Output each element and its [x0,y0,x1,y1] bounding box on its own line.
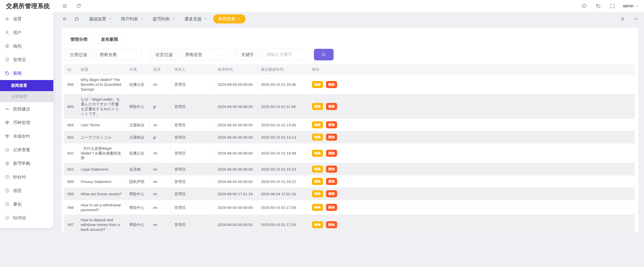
sidebar-item-seconds-contract[interactable]: 秒合约 [0,170,53,184]
cell-lang: en [150,200,171,215]
refresh-button[interactable] [76,3,82,9]
tab-close-icon[interactable]: × [173,17,175,21]
sidebar-subitem-category-manage[interactable]: 分类管理 [0,91,53,102]
sidebar-item-label: 钱包 [13,43,22,49]
cell-publish_time: 2024-06-04 00:00:00 [214,119,257,131]
edit-button[interactable]: 编辑 [312,121,323,128]
sidebar-subitem-news-view[interactable]: 新闻查看 [0,80,53,91]
category-filter-label: 分类过滤 [64,49,93,60]
cell-publish_time: 2024-06-04 00:00:00 [214,163,257,175]
cell-lang: en [150,215,171,233]
filter-bar: 分类过滤 所有分类 语言过滤 所有语言 关键字 [64,49,635,60]
delete-button[interactable]: 删除 [326,134,337,141]
cell-actions: 编辑删除 [308,175,635,188]
edit-button[interactable]: 编辑 [312,190,323,197]
delete-button[interactable]: 删除 [326,190,337,197]
sidebar-item-users[interactable]: 用户 [0,26,53,39]
sidebar-item-label: 管理员 [13,57,26,63]
edit-button[interactable]: 编辑 [312,221,323,228]
delete-button[interactable]: 删除 [326,221,337,228]
delete-button[interactable]: 删除 [326,150,337,157]
sidebar-item-news[interactable]: 新闻 [0,66,53,80]
tab-close-icon[interactable]: × [238,17,240,21]
edit-button[interactable]: 编辑 [312,178,323,185]
delete-button[interactable]: 删除 [326,81,337,88]
edit-button[interactable]: 编辑 [312,134,323,141]
search-button[interactable] [314,49,334,60]
delete-button[interactable]: 删除 [326,204,337,211]
user-icon [5,30,10,35]
sidebar-item-records[interactable]: 记录查看 [0,143,53,157]
view-tab-1[interactable]: 管理分类 [64,34,94,44]
sidebar-item-quant[interactable]: 量化 [0,197,53,211]
cell-publisher: 管理员 [171,175,214,188]
view-tabs: 管理分类发布新闻 [64,34,635,44]
cell-lang: jp [150,94,171,119]
category-filter-select[interactable]: 所有分类 [96,49,142,60]
nav-tab-5[interactable]: 新闻查看× [213,14,245,23]
table-row: 606Why Bitget Wallet? The Benefits of AI… [64,75,635,94]
column-header: 操作 [308,65,635,75]
edit-button[interactable]: 编辑 [312,103,323,110]
dollar-circle-icon [5,161,10,166]
refresh-icon [76,3,82,9]
cell-modified_time: 2024-06-04 17:01:16 [257,188,308,200]
cell-id: 601 [64,163,77,175]
tabs-menu-chevron-icon[interactable] [633,16,638,22]
tab-close-icon[interactable]: × [141,17,143,21]
username: admin [623,4,634,8]
sidebar-item-wallet[interactable]: 钱包 [0,39,53,53]
infinity-icon [5,106,10,112]
edit-button[interactable]: 编辑 [312,81,323,88]
column-header: 标题 [77,65,126,75]
keyword-input[interactable] [263,49,309,60]
edit-button[interactable]: 编辑 [312,150,323,157]
column-header: 语言 [150,65,171,75]
table-row: 597How to deposit and withdraw money fro… [64,215,635,233]
sidebar-item-site-message[interactable]: 站内信 [0,211,53,224]
gear-icon [5,16,10,22]
clock-icon [5,188,10,193]
home-icon[interactable] [74,16,79,22]
delete-button[interactable]: 删除 [326,166,337,173]
tabs-scroll-left-icon[interactable] [62,16,67,22]
delete-button[interactable]: 删除 [326,178,337,185]
sidebar-item-admins[interactable]: 管理员 [0,53,53,66]
fullscreen-button[interactable] [610,3,616,9]
delete-button[interactable]: 删除 [326,103,337,110]
app-header: 交易所管理系统 admin [0,0,644,12]
user-menu[interactable]: admin [623,4,639,8]
tabs-scroll-right-icon[interactable] [620,16,625,22]
cell-id: 599 [64,188,77,200]
sidebar-item-coin-manage[interactable]: 币种管理 [0,116,53,129]
language-filter-select[interactable]: 所有语言 [181,49,227,60]
cell-modified_time: 2025-03-15 01:15:23 [257,163,308,175]
sidebar-item-lending[interactable]: 借贷 [0,184,53,197]
column-header: 最后修改时间 [257,65,308,75]
nav-tab-label: 用户列表 [121,16,138,22]
cell-modified_time: 2025-03-15 01:17:09 [257,200,308,215]
delete-button[interactable]: 删除 [326,121,337,128]
nav-tab-3[interactable]: 提币列表× [150,14,178,23]
edit-button[interactable]: 编辑 [312,166,323,173]
cell-modified_time: 2025-03-15 01:10:36 [257,75,308,94]
chevron-down-icon [135,53,138,57]
nav-tab-4[interactable]: 通道充值× [181,14,210,23]
sidebar-item-new-coin-subscribe[interactable]: 新币申购 [0,157,53,170]
tab-close-icon[interactable]: × [109,17,111,21]
palette-button[interactable] [581,3,587,9]
cell-actions: 编辑删除 [308,143,635,163]
nav-tab-2[interactable]: 用户列表× [118,14,146,23]
cell-category: 隐私声明 [126,175,150,188]
cell-publisher: 管理员 [171,143,214,163]
tab-close-icon[interactable]: × [204,17,207,21]
menu-collapse-button[interactable] [62,3,68,9]
edit-button[interactable]: 编辑 [312,204,323,211]
tag-button[interactable] [595,3,601,9]
view-tab-2[interactable]: 发布新闻 [94,34,125,44]
nav-tab-1[interactable]: 基础设置× [86,14,114,23]
sidebar-item-settings[interactable]: 设置 [0,12,53,26]
view-tab-label: 发布新闻 [101,36,118,42]
sidebar-item-perpetual[interactable]: 永续合约 [0,129,53,143]
sidebar-item-complaints[interactable]: 投拆建议 [0,102,53,116]
